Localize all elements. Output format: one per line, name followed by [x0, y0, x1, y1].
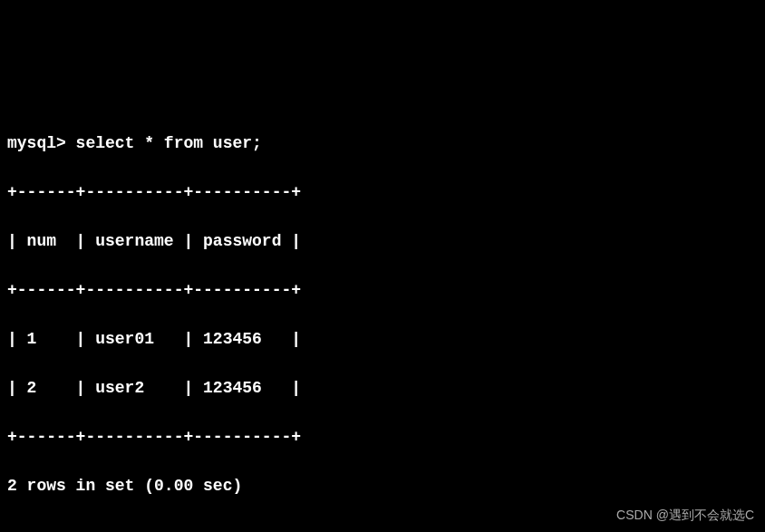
- table-border: +------+----------+----------+: [7, 278, 758, 303]
- watermark: CSDN @遇到不会就选C: [616, 506, 754, 525]
- table-row: | 2 | user2 | 123456 |: [7, 376, 758, 401]
- terminal-output: mysql> select * from user; +------+-----…: [7, 107, 758, 532]
- mysql-prompt-line[interactable]: mysql> select * from user;: [7, 131, 758, 156]
- table-header: | num | username | password |: [7, 229, 758, 254]
- table-border: +------+----------+----------+: [7, 425, 758, 450]
- table-row: | 1 | user01 | 123456 |: [7, 327, 758, 352]
- table-border: +------+----------+----------+: [7, 180, 758, 205]
- result-summary: 2 rows in set (0.00 sec): [7, 474, 758, 498]
